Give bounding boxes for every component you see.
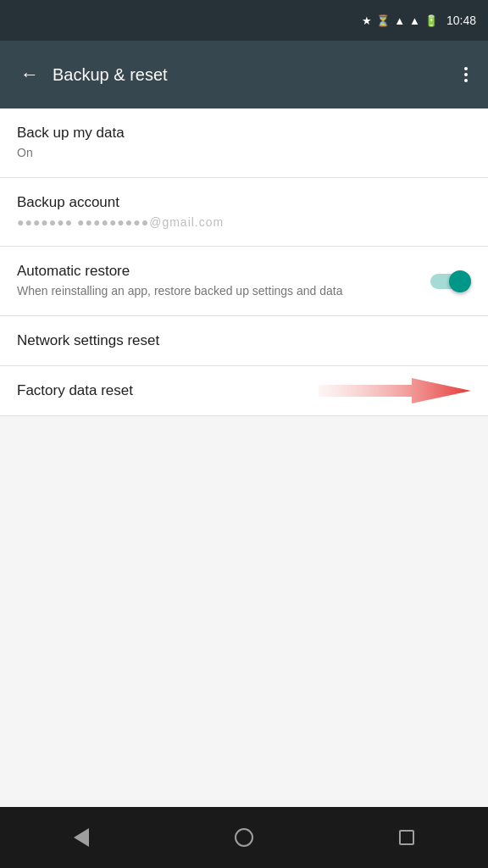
red-arrow-icon <box>302 374 471 408</box>
dot-3 <box>464 79 468 82</box>
backup-account-subtitle: ●●●●●●● ●●●●●●●●●@gmail.com <box>17 214 471 231</box>
dot-1 <box>464 67 468 70</box>
automatic-restore-toggle[interactable] <box>430 270 471 292</box>
alarm-icon: ⏳ <box>376 14 390 27</box>
network-settings-reset-content: Network settings reset <box>17 331 471 350</box>
bluetooth-icon: ★ <box>362 14 372 27</box>
status-bar: ★ ⏳ ▲ ▲ 🔋 10:48 <box>0 0 488 41</box>
nav-home-button[interactable] <box>219 821 269 854</box>
page-title: Backup & reset <box>53 65 458 85</box>
network-settings-reset-title: Network settings reset <box>17 331 471 350</box>
dot-2 <box>464 73 468 76</box>
status-time: 10:48 <box>446 14 476 27</box>
automatic-restore-subtitle: When reinstalling an app, restore backed… <box>17 283 417 300</box>
nav-home-icon <box>235 828 253 847</box>
empty-area <box>0 416 488 755</box>
backup-my-data-item[interactable]: Back up my data On <box>0 108 488 178</box>
automatic-restore-content: Automatic restore When reinstalling an a… <box>17 262 417 300</box>
signal-icon: ▲ <box>409 14 420 27</box>
more-options-button[interactable] <box>458 60 474 89</box>
nav-bar <box>0 807 488 868</box>
wifi-icon: ▲ <box>394 14 405 27</box>
automatic-restore-item[interactable]: Automatic restore When reinstalling an a… <box>0 247 488 316</box>
nav-back-button[interactable] <box>56 821 107 854</box>
toggle-thumb <box>449 270 471 292</box>
back-button[interactable]: ← <box>14 57 46 92</box>
nav-recent-button[interactable] <box>381 821 432 854</box>
backup-my-data-title: Back up my data <box>17 124 471 142</box>
backup-account-title: Backup account <box>17 193 471 212</box>
arrow-annotation <box>302 374 471 408</box>
nav-back-icon <box>74 828 89 847</box>
nav-recent-icon <box>399 830 414 845</box>
status-icons: ★ ⏳ ▲ ▲ 🔋 <box>362 14 438 27</box>
network-settings-reset-item[interactable]: Network settings reset <box>0 316 488 366</box>
settings-list: Back up my data On Backup account ●●●●●●… <box>0 108 488 416</box>
app-bar: ← Backup & reset <box>0 41 488 108</box>
backup-my-data-content: Back up my data On <box>17 124 471 162</box>
backup-my-data-subtitle: On <box>17 145 471 162</box>
automatic-restore-title: Automatic restore <box>17 262 417 281</box>
backup-account-content: Backup account ●●●●●●● ●●●●●●●●●@gmail.c… <box>17 193 471 231</box>
svg-marker-0 <box>319 378 471 403</box>
battery-icon: 🔋 <box>424 14 438 27</box>
backup-account-item[interactable]: Backup account ●●●●●●● ●●●●●●●●●@gmail.c… <box>0 178 488 248</box>
factory-data-reset-item[interactable]: Factory data reset <box>0 366 488 416</box>
